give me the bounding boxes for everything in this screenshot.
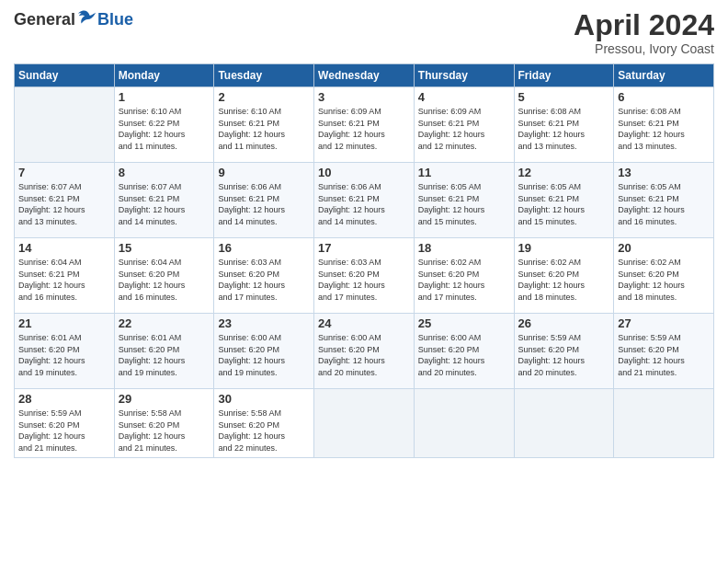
day-number: 22 xyxy=(119,316,210,330)
day-number: 11 xyxy=(418,166,510,179)
calendar-cell: 24Sunrise: 6:00 AM Sunset: 6:20 PM Dayli… xyxy=(314,314,415,389)
day-info: Sunrise: 5:58 AM Sunset: 6:20 PM Dayligh… xyxy=(218,408,310,454)
day-info: Sunrise: 5:59 AM Sunset: 6:20 PM Dayligh… xyxy=(518,332,610,378)
calendar-cell: 15Sunrise: 6:04 AM Sunset: 6:20 PM Dayli… xyxy=(114,238,214,314)
day-number: 3 xyxy=(318,90,410,104)
title-area: April 2024 Pressou, Ivory Coast xyxy=(574,9,714,56)
day-info: Sunrise: 6:01 AM Sunset: 6:20 PM Dayligh… xyxy=(119,332,210,378)
calendar-cell xyxy=(514,389,614,457)
calendar-cell: 22Sunrise: 6:01 AM Sunset: 6:20 PM Dayli… xyxy=(114,314,214,389)
day-info: Sunrise: 6:09 AM Sunset: 6:21 PM Dayligh… xyxy=(418,106,510,152)
day-info: Sunrise: 6:02 AM Sunset: 6:20 PM Dayligh… xyxy=(618,257,710,303)
day-number: 20 xyxy=(618,241,710,255)
calendar-cell xyxy=(314,389,415,457)
day-number: 25 xyxy=(418,316,510,330)
calendar-cell: 1Sunrise: 6:10 AM Sunset: 6:22 PM Daylig… xyxy=(114,87,214,163)
day-number: 30 xyxy=(218,392,310,406)
calendar-cell: 29Sunrise: 5:58 AM Sunset: 6:20 PM Dayli… xyxy=(114,389,214,457)
day-number: 23 xyxy=(218,316,310,330)
calendar-week-row: 7Sunrise: 6:07 AM Sunset: 6:21 PM Daylig… xyxy=(15,163,714,238)
calendar-cell xyxy=(414,389,514,457)
day-number: 9 xyxy=(218,166,310,179)
calendar-cell: 12Sunrise: 6:05 AM Sunset: 6:21 PM Dayli… xyxy=(514,163,614,238)
day-info: Sunrise: 6:05 AM Sunset: 6:21 PM Dayligh… xyxy=(418,181,510,227)
calendar-cell: 28Sunrise: 5:59 AM Sunset: 6:20 PM Dayli… xyxy=(15,389,115,457)
day-number: 16 xyxy=(218,241,310,255)
day-info: Sunrise: 6:05 AM Sunset: 6:21 PM Dayligh… xyxy=(618,181,710,227)
calendar-cell: 10Sunrise: 6:06 AM Sunset: 6:21 PM Dayli… xyxy=(314,163,415,238)
day-number: 29 xyxy=(119,392,210,406)
day-number: 17 xyxy=(318,241,410,255)
logo-blue: Blue xyxy=(97,10,133,29)
day-number: 10 xyxy=(318,166,410,179)
day-info: Sunrise: 6:00 AM Sunset: 6:20 PM Dayligh… xyxy=(318,332,410,378)
calendar-week-row: 1Sunrise: 6:10 AM Sunset: 6:22 PM Daylig… xyxy=(15,87,714,163)
calendar-cell: 27Sunrise: 5:59 AM Sunset: 6:20 PM Dayli… xyxy=(614,314,714,389)
calendar-cell: 2Sunrise: 6:10 AM Sunset: 6:21 PM Daylig… xyxy=(214,87,314,163)
location-subtitle: Pressou, Ivory Coast xyxy=(574,41,714,56)
day-number: 24 xyxy=(318,316,410,330)
day-info: Sunrise: 6:05 AM Sunset: 6:21 PM Dayligh… xyxy=(518,181,610,227)
column-header-monday: Monday xyxy=(114,64,214,87)
calendar-cell: 7Sunrise: 6:07 AM Sunset: 6:21 PM Daylig… xyxy=(15,163,115,238)
logo: General Blue xyxy=(14,9,133,29)
day-number: 7 xyxy=(18,166,110,179)
calendar-cell: 8Sunrise: 6:07 AM Sunset: 6:21 PM Daylig… xyxy=(114,163,214,238)
day-info: Sunrise: 6:06 AM Sunset: 6:21 PM Dayligh… xyxy=(218,181,310,227)
day-number: 15 xyxy=(119,241,210,255)
day-info: Sunrise: 5:59 AM Sunset: 6:20 PM Dayligh… xyxy=(18,408,110,454)
day-number: 8 xyxy=(119,166,210,179)
day-info: Sunrise: 6:02 AM Sunset: 6:20 PM Dayligh… xyxy=(518,257,610,303)
day-info: Sunrise: 5:58 AM Sunset: 6:20 PM Dayligh… xyxy=(119,408,210,454)
calendar-week-row: 14Sunrise: 6:04 AM Sunset: 6:21 PM Dayli… xyxy=(15,238,714,314)
day-number: 26 xyxy=(518,316,610,330)
day-info: Sunrise: 6:08 AM Sunset: 6:21 PM Dayligh… xyxy=(518,106,610,152)
logo-bird-icon xyxy=(77,9,97,29)
day-info: Sunrise: 6:08 AM Sunset: 6:21 PM Dayligh… xyxy=(618,106,710,152)
day-info: Sunrise: 6:01 AM Sunset: 6:20 PM Dayligh… xyxy=(18,332,110,378)
day-number: 6 xyxy=(618,90,710,104)
calendar-cell: 3Sunrise: 6:09 AM Sunset: 6:21 PM Daylig… xyxy=(314,87,415,163)
calendar-table: SundayMondayTuesdayWednesdayThursdayFrid… xyxy=(14,63,714,457)
day-number: 27 xyxy=(618,316,710,330)
column-header-tuesday: Tuesday xyxy=(214,64,314,87)
day-info: Sunrise: 6:03 AM Sunset: 6:20 PM Dayligh… xyxy=(218,257,310,303)
day-info: Sunrise: 6:03 AM Sunset: 6:20 PM Dayligh… xyxy=(318,257,410,303)
calendar-cell: 11Sunrise: 6:05 AM Sunset: 6:21 PM Dayli… xyxy=(414,163,514,238)
calendar-cell: 30Sunrise: 5:58 AM Sunset: 6:20 PM Dayli… xyxy=(214,389,314,457)
month-title: April 2024 xyxy=(574,9,714,41)
calendar-cell: 9Sunrise: 6:06 AM Sunset: 6:21 PM Daylig… xyxy=(214,163,314,238)
day-number: 14 xyxy=(18,241,110,255)
day-number: 1 xyxy=(119,90,210,104)
day-info: Sunrise: 6:10 AM Sunset: 6:21 PM Dayligh… xyxy=(218,106,310,152)
calendar-cell: 19Sunrise: 6:02 AM Sunset: 6:20 PM Dayli… xyxy=(514,238,614,314)
calendar-cell: 17Sunrise: 6:03 AM Sunset: 6:20 PM Dayli… xyxy=(314,238,415,314)
day-info: Sunrise: 6:10 AM Sunset: 6:22 PM Dayligh… xyxy=(119,106,210,152)
day-info: Sunrise: 5:59 AM Sunset: 6:20 PM Dayligh… xyxy=(618,332,710,378)
calendar-cell: 20Sunrise: 6:02 AM Sunset: 6:20 PM Dayli… xyxy=(614,238,714,314)
day-info: Sunrise: 6:04 AM Sunset: 6:20 PM Dayligh… xyxy=(119,257,210,303)
calendar-week-row: 21Sunrise: 6:01 AM Sunset: 6:20 PM Dayli… xyxy=(15,314,714,389)
day-number: 13 xyxy=(618,166,710,179)
calendar-cell: 5Sunrise: 6:08 AM Sunset: 6:21 PM Daylig… xyxy=(514,87,614,163)
header: General Blue April 2024 Pressou, Ivory C… xyxy=(14,9,714,56)
column-header-friday: Friday xyxy=(514,64,614,87)
day-number: 5 xyxy=(518,90,610,104)
calendar-cell: 13Sunrise: 6:05 AM Sunset: 6:21 PM Dayli… xyxy=(614,163,714,238)
calendar-cell: 23Sunrise: 6:00 AM Sunset: 6:20 PM Dayli… xyxy=(214,314,314,389)
day-number: 2 xyxy=(218,90,310,104)
column-header-wednesday: Wednesday xyxy=(314,64,415,87)
calendar-cell: 14Sunrise: 6:04 AM Sunset: 6:21 PM Dayli… xyxy=(15,238,115,314)
calendar-week-row: 28Sunrise: 5:59 AM Sunset: 6:20 PM Dayli… xyxy=(15,389,714,457)
day-number: 18 xyxy=(418,241,510,255)
day-number: 19 xyxy=(518,241,610,255)
day-info: Sunrise: 6:07 AM Sunset: 6:21 PM Dayligh… xyxy=(18,181,110,227)
column-header-saturday: Saturday xyxy=(614,64,714,87)
day-info: Sunrise: 6:07 AM Sunset: 6:21 PM Dayligh… xyxy=(119,181,210,227)
day-number: 12 xyxy=(518,166,610,179)
calendar-cell: 6Sunrise: 6:08 AM Sunset: 6:21 PM Daylig… xyxy=(614,87,714,163)
calendar-cell: 26Sunrise: 5:59 AM Sunset: 6:20 PM Dayli… xyxy=(514,314,614,389)
day-info: Sunrise: 6:04 AM Sunset: 6:21 PM Dayligh… xyxy=(18,257,110,303)
calendar-cell xyxy=(614,389,714,457)
day-info: Sunrise: 6:06 AM Sunset: 6:21 PM Dayligh… xyxy=(318,181,410,227)
